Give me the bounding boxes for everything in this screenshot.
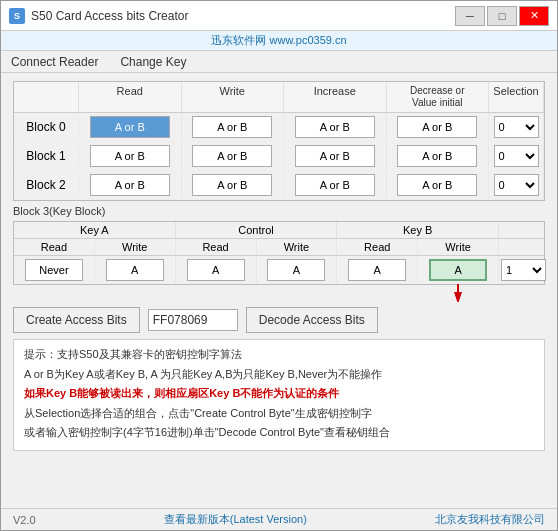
block3-sub-headers: Read Write Read Write Read Write — [14, 239, 544, 256]
info-line2: A or B为Key A或者Key B, A 为只能Key A,B为只能Key … — [24, 366, 534, 384]
block3-val3 — [257, 256, 338, 284]
main-table: Read Write Increase Decrease orValue ini… — [13, 81, 545, 201]
block1-read — [79, 142, 182, 170]
block3-val2-input[interactable] — [187, 259, 245, 281]
header-write: Write — [182, 82, 285, 112]
title-bar-left: S S50 Card Access bits Creator — [9, 8, 188, 24]
block0-increase-input[interactable] — [295, 116, 375, 138]
block0-read — [79, 113, 182, 141]
header-decrease: Decrease orValue initial — [387, 82, 490, 112]
action-row: Create Access Bits Decode Access Bits — [13, 307, 545, 333]
block3-data-row: 0123 4567 — [14, 256, 544, 284]
block3-val0-input[interactable] — [25, 259, 83, 281]
block3-val4 — [337, 256, 418, 284]
main-content: Read Write Increase Decrease orValue ini… — [1, 73, 557, 508]
app-icon: S — [9, 8, 25, 24]
block0-decrease-input[interactable] — [397, 116, 477, 138]
info-box: 提示：支持S50及其兼容卡的密钥控制字算法 A or B为Key A或者Key … — [13, 339, 545, 451]
menu-bar: Connect Reader Change Key — [1, 51, 557, 73]
block3-val0 — [14, 256, 95, 284]
table-row-block1: Block 1 0123 4567 — [14, 142, 544, 171]
block2-selection: 0123 4567 — [489, 171, 544, 199]
block3-val5 — [418, 256, 499, 284]
block2-selection-select[interactable]: 0123 4567 — [494, 174, 539, 196]
title-bar-controls: ─ □ ✕ — [455, 6, 549, 26]
hex-value-input[interactable] — [148, 309, 238, 331]
info-line3: 如果Key B能够被读出来，则相应扇区Key B不能作为认证的条件 — [24, 385, 534, 403]
close-button[interactable]: ✕ — [519, 6, 549, 26]
decode-access-bits-button[interactable]: Decode Access Bits — [246, 307, 378, 333]
block3-subh-3: Write — [257, 239, 338, 255]
minimize-button[interactable]: ─ — [455, 6, 485, 26]
block3-subh-0: Read — [14, 239, 95, 255]
block1-increase — [284, 142, 387, 170]
block2-label: Block 2 — [14, 175, 79, 195]
block3-subh-1: Write — [95, 239, 176, 255]
block1-decrease-input[interactable] — [397, 145, 477, 167]
watermark-text: 迅东软件网 www.pc0359.cn — [211, 33, 346, 48]
version-label: V2.0 — [13, 514, 36, 526]
block2-write — [182, 171, 285, 199]
header-increase: Increase — [284, 82, 387, 112]
block1-increase-input[interactable] — [295, 145, 375, 167]
block0-selection: 0123 4567 — [489, 113, 544, 141]
header-empty — [14, 82, 79, 112]
block1-write — [182, 142, 285, 170]
block2-increase — [284, 171, 387, 199]
table-row-block2: Block 2 0123 4567 — [14, 171, 544, 200]
create-access-bits-button[interactable]: Create Access Bits — [13, 307, 140, 333]
block3-val1-input[interactable] — [106, 259, 164, 281]
block3-val5-input[interactable] — [429, 259, 487, 281]
block0-write-input[interactable] — [192, 116, 272, 138]
block0-selection-select[interactable]: 0123 4567 — [494, 116, 539, 138]
block3-subh-sel — [499, 239, 544, 255]
block1-read-input[interactable] — [90, 145, 170, 167]
block2-decrease-input[interactable] — [397, 174, 477, 196]
block3-table: Key A Control Key B Read Write Read Writ… — [13, 221, 545, 285]
block0-write — [182, 113, 285, 141]
info-line4: 从Selection选择合适的组合，点击"Create Control Byte… — [24, 405, 534, 423]
block2-increase-input[interactable] — [295, 174, 375, 196]
menu-connect-reader[interactable]: Connect Reader — [5, 53, 104, 71]
watermark-bar: 迅东软件网 www.pc0359.cn — [1, 31, 557, 51]
block3-group-empty — [499, 222, 544, 238]
info-line5: 或者输入密钥控制字(4字节16进制)单击"Decode Control Byte… — [24, 424, 534, 442]
maximize-button[interactable]: □ — [487, 6, 517, 26]
window-title: S50 Card Access bits Creator — [31, 9, 188, 23]
block3-subh-5: Write — [418, 239, 499, 255]
header-read: Read — [79, 82, 182, 112]
block3-val1 — [95, 256, 176, 284]
block3-val4-input[interactable] — [348, 259, 406, 281]
block1-selection: 0123 4567 — [489, 142, 544, 170]
block1-label: Block 1 — [14, 146, 79, 166]
block3-val3-input[interactable] — [267, 259, 325, 281]
block3-val2 — [176, 256, 257, 284]
block3-group-keyb: Key B — [337, 222, 499, 238]
block3-selection: 0123 4567 — [499, 256, 544, 284]
header-selection: Selection — [489, 82, 544, 112]
block3-group-control: Control — [176, 222, 338, 238]
footer-bar: V2.0 查看最新版本(Latest Version) 北京友我科技有限公司 — [1, 508, 557, 530]
block3-selection-select[interactable]: 0123 4567 — [501, 259, 546, 281]
block1-selection-select[interactable]: 0123 4567 — [494, 145, 539, 167]
block0-read-input[interactable] — [90, 116, 170, 138]
info-line1: 提示：支持S50及其兼容卡的密钥控制字算法 — [24, 346, 534, 364]
title-bar: S S50 Card Access bits Creator ─ □ ✕ — [1, 1, 557, 31]
block2-read-input[interactable] — [90, 174, 170, 196]
company-label: 北京友我科技有限公司 — [435, 512, 545, 527]
menu-change-key[interactable]: Change Key — [114, 53, 192, 71]
latest-version-link[interactable]: 查看最新版本(Latest Version) — [164, 512, 307, 527]
main-window: S S50 Card Access bits Creator ─ □ ✕ 迅东软… — [0, 0, 558, 531]
block3-title: Block 3(Key Block) — [13, 205, 545, 217]
block1-decrease — [387, 142, 490, 170]
main-table-header: Read Write Increase Decrease orValue ini… — [14, 82, 544, 113]
block1-write-input[interactable] — [192, 145, 272, 167]
block3-group-headers: Key A Control Key B — [14, 222, 544, 239]
table-row-block0: Block 0 0123 4567 — [14, 113, 544, 142]
block0-label: Block 0 — [14, 117, 79, 137]
block3-subh-2: Read — [176, 239, 257, 255]
arrow-indicator-icon — [443, 282, 473, 302]
block0-increase — [284, 113, 387, 141]
block3-subh-4: Read — [337, 239, 418, 255]
block2-write-input[interactable] — [192, 174, 272, 196]
